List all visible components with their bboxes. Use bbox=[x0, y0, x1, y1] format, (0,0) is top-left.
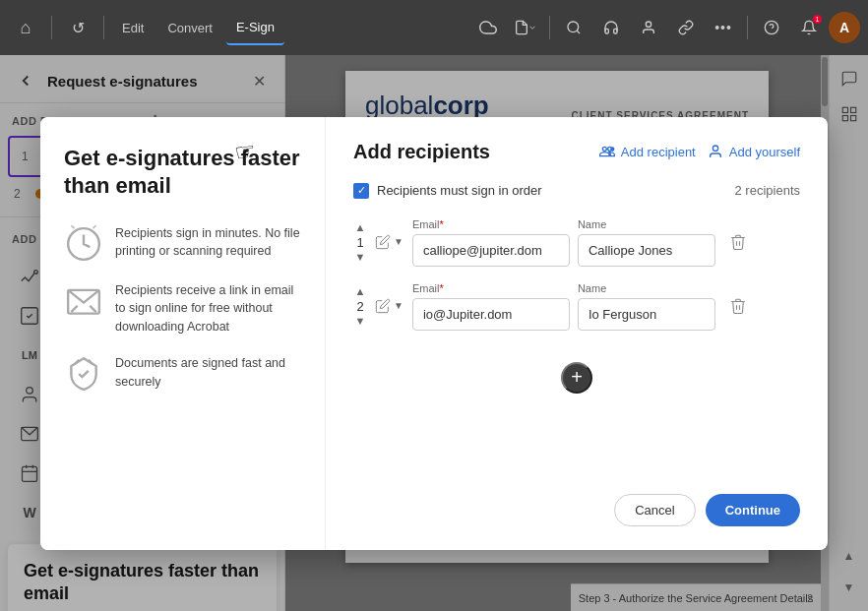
name-field-group-1: Name bbox=[578, 218, 715, 267]
pen-wrap-2: ▼ bbox=[375, 298, 404, 314]
continue-button[interactable]: Continue bbox=[706, 494, 800, 526]
modal-shield-icon bbox=[64, 354, 103, 394]
modal-overlay: Get e-signatures faster than email Recip… bbox=[0, 55, 868, 611]
add-recipient-label: Add recipient bbox=[621, 145, 696, 159]
recipients-count: 2 recipients bbox=[735, 183, 800, 198]
must-sign-checkbox[interactable]: ✓ bbox=[353, 183, 369, 199]
delete-recipient-2[interactable] bbox=[723, 291, 753, 321]
toolbar-divider-1 bbox=[51, 16, 52, 39]
email-input-1[interactable] bbox=[412, 234, 570, 267]
order-up-2[interactable]: ▲ bbox=[354, 285, 367, 298]
home-button[interactable]: ⌂ bbox=[8, 10, 43, 45]
name-field-group-2: Name bbox=[578, 282, 715, 331]
profile-button[interactable] bbox=[631, 10, 666, 45]
modal-header-actions: + Add recipient Add yourself bbox=[599, 144, 800, 159]
svg-point-25 bbox=[713, 146, 717, 151]
toolbar-divider-3 bbox=[549, 16, 550, 39]
search-button[interactable] bbox=[556, 10, 591, 45]
name-label-1: Name bbox=[578, 218, 715, 230]
email-field-group-1: Email* bbox=[412, 218, 570, 267]
modal-promo-text-2: Recipients receive a link in email to si… bbox=[115, 281, 301, 336]
must-sign-order-label[interactable]: ✓ Recipients must sign in order bbox=[353, 183, 542, 199]
cloud-button[interactable] bbox=[470, 10, 506, 45]
email-field-group-2: Email* bbox=[412, 282, 570, 331]
modal-header: Add recipients + Add recipient Add yours… bbox=[353, 141, 800, 163]
name-label-2: Name bbox=[578, 282, 715, 294]
modal-promo-item-2: Recipients receive a link in email to si… bbox=[64, 281, 301, 336]
svg-point-0 bbox=[568, 22, 579, 32]
modal-left-panel: Get e-signatures faster than email Recip… bbox=[40, 117, 326, 550]
delete-recipient-1[interactable] bbox=[723, 227, 753, 257]
order-num-2: 2 bbox=[353, 299, 367, 314]
email-label-1: Email* bbox=[412, 218, 570, 230]
order-controls-1: ▲ 1 ▼ bbox=[353, 221, 367, 264]
recipient-entry-2: ▲ 2 ▼ ▼ Email* Name bbox=[353, 282, 800, 331]
add-recipient-button[interactable]: + Add recipient bbox=[599, 144, 696, 159]
modal-promo-text-1: Recipients sign in minutes. No file prin… bbox=[115, 224, 301, 262]
order-num-1: 1 bbox=[353, 235, 367, 250]
main-layout: Request e-signatures ✕ ADD FORM FIELDS F… bbox=[0, 55, 868, 611]
modal-promo-item-3: Documents are signed fast and securely bbox=[64, 354, 301, 394]
modal-footer: Cancel Continue bbox=[353, 478, 800, 526]
order-up-1[interactable]: ▲ bbox=[354, 221, 367, 234]
bell-button[interactable]: 1 bbox=[791, 10, 827, 45]
toolbar-right: ••• 1 A bbox=[470, 10, 860, 45]
convert-menu[interactable]: Convert bbox=[157, 10, 222, 45]
order-controls-2: ▲ 2 ▼ bbox=[353, 285, 367, 328]
help-button[interactable] bbox=[754, 10, 789, 45]
name-input-2[interactable] bbox=[578, 298, 715, 331]
toolbar-divider-4 bbox=[747, 16, 748, 39]
audio-button[interactable] bbox=[593, 10, 629, 45]
edit-menu[interactable]: Edit bbox=[112, 10, 154, 45]
toolbar-divider-2 bbox=[103, 16, 104, 39]
pen-wrap-1: ▼ bbox=[375, 234, 404, 250]
link-button[interactable] bbox=[668, 10, 704, 45]
toolbar: ⌂ ↺ Edit Convert E-Sign ••• bbox=[0, 0, 868, 55]
pen-dropdown-1[interactable]: ▼ bbox=[393, 236, 404, 248]
recipient-entry-1: ▲ 1 ▼ ▼ Email* Name bbox=[353, 218, 800, 267]
file-button[interactable] bbox=[508, 10, 543, 45]
modal-mail-icon bbox=[64, 281, 103, 321]
recipients-checkbox-row: ✓ Recipients must sign in order 2 recipi… bbox=[353, 183, 800, 199]
order-down-1[interactable]: ▼ bbox=[354, 251, 367, 264]
modal-right-panel: Add recipients + Add recipient Add yours… bbox=[326, 117, 828, 550]
history-button[interactable]: ↺ bbox=[60, 10, 95, 45]
add-recipient-circle-container: + bbox=[353, 354, 800, 401]
svg-line-1 bbox=[577, 31, 580, 33]
modal-promo-text-3: Documents are signed fast and securely bbox=[115, 354, 301, 392]
email-input-2[interactable] bbox=[412, 298, 570, 331]
svg-line-20 bbox=[71, 225, 74, 228]
cancel-button[interactable]: Cancel bbox=[614, 494, 695, 526]
avatar-button[interactable]: A bbox=[829, 12, 860, 43]
more-button[interactable]: ••• bbox=[706, 10, 741, 45]
order-down-2[interactable]: ▼ bbox=[354, 315, 367, 328]
must-sign-text: Recipients must sign in order bbox=[377, 183, 542, 198]
add-yourself-label: Add yourself bbox=[729, 145, 800, 159]
email-label-2: Email* bbox=[412, 282, 570, 294]
modal-promo-title: Get e-signatures faster than email bbox=[64, 145, 301, 201]
modal-promo-item-1: Recipients sign in minutes. No file prin… bbox=[64, 224, 301, 264]
modal-clock-icon bbox=[64, 224, 103, 264]
esign-menu[interactable]: E-Sign bbox=[226, 10, 284, 45]
add-circle-label: + bbox=[571, 366, 583, 389]
add-recipient-circle-button[interactable]: + bbox=[561, 362, 592, 394]
add-yourself-button[interactable]: Add yourself bbox=[708, 144, 800, 159]
modal-container: Get e-signatures faster than email Recip… bbox=[40, 117, 828, 550]
pen-dropdown-2[interactable]: ▼ bbox=[393, 300, 404, 312]
modal-title: Add recipients bbox=[353, 141, 599, 163]
svg-point-2 bbox=[646, 22, 651, 27]
name-input-1[interactable] bbox=[578, 234, 715, 267]
svg-line-21 bbox=[93, 225, 96, 228]
